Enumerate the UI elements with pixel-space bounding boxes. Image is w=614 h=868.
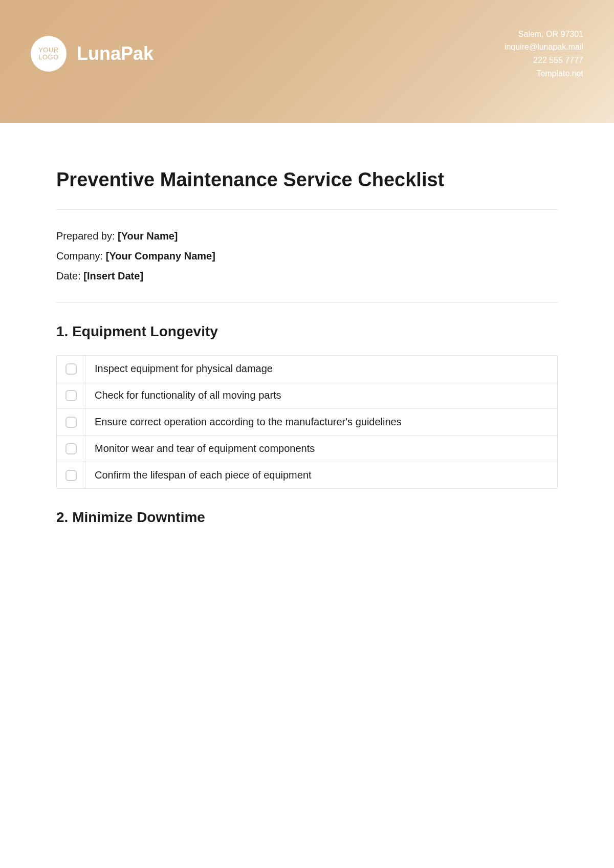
meta-value: [Insert Date] xyxy=(83,270,143,281)
checkbox-cell xyxy=(57,409,85,435)
checkbox-cell xyxy=(57,462,85,488)
meta-block: Prepared by: [Your Name] Company: [Your … xyxy=(56,230,558,282)
checkbox-cell xyxy=(57,382,85,408)
page-title: Preventive Maintenance Service Checklist xyxy=(56,169,558,191)
document-header: YOURLOGO LunaPak Salem, OR 97301 inquire… xyxy=(0,0,614,123)
checklist-section-1: Inspect equipment for physical damage Ch… xyxy=(56,355,558,489)
checklist-item-text: Monitor wear and tear of equipment compo… xyxy=(85,436,557,462)
section-heading-1: 1. Equipment Longevity xyxy=(56,323,558,340)
checkbox-cell xyxy=(57,436,85,462)
checklist-item-text: Inspect equipment for physical damage xyxy=(85,356,557,382)
contact-phone: 222 555 7777 xyxy=(505,54,583,67)
contact-info: Salem, OR 97301 inquire@lunapak.mail 222… xyxy=(505,28,583,80)
checklist-item-text: Check for functionality of all moving pa… xyxy=(85,382,557,408)
meta-label: Date: xyxy=(56,270,83,281)
checklist-row: Confirm the lifespan of each piece of eq… xyxy=(57,462,557,488)
contact-address: Salem, OR 97301 xyxy=(505,28,583,41)
meta-date: Date: [Insert Date] xyxy=(56,270,558,282)
meta-prepared-by: Prepared by: [Your Name] xyxy=(56,230,558,242)
meta-value: [Your Name] xyxy=(118,230,178,242)
document-body: Preventive Maintenance Service Checklist… xyxy=(0,123,614,526)
checkbox[interactable] xyxy=(65,470,77,481)
section-heading-2: 2. Minimize Downtime xyxy=(56,509,558,526)
divider xyxy=(56,209,558,210)
checklist-item-text: Confirm the lifespan of each piece of eq… xyxy=(85,462,557,488)
checkbox[interactable] xyxy=(65,363,77,375)
checklist-row: Monitor wear and tear of equipment compo… xyxy=(57,436,557,462)
divider xyxy=(56,302,558,303)
checklist-row: Check for functionality of all moving pa… xyxy=(57,382,557,409)
meta-label: Company: xyxy=(56,250,106,262)
checkbox[interactable] xyxy=(65,417,77,428)
checklist-row: Ensure correct operation according to th… xyxy=(57,409,557,436)
contact-email: inquire@lunapak.mail xyxy=(505,40,583,54)
contact-site: Template.net xyxy=(505,67,583,80)
checklist-row: Inspect equipment for physical damage xyxy=(57,356,557,382)
meta-value: [Your Company Name] xyxy=(106,250,215,262)
checkbox[interactable] xyxy=(65,443,77,454)
meta-company: Company: [Your Company Name] xyxy=(56,250,558,262)
checklist-item-text: Ensure correct operation according to th… xyxy=(85,409,557,435)
brand-block: YOURLOGO LunaPak xyxy=(31,36,154,72)
meta-label: Prepared by: xyxy=(56,230,118,242)
logo-text: YOURLOGO xyxy=(38,47,59,61)
logo-placeholder: YOURLOGO xyxy=(31,36,67,72)
brand-name: LunaPak xyxy=(77,43,154,64)
checkbox-cell xyxy=(57,356,85,382)
checkbox[interactable] xyxy=(65,390,77,401)
